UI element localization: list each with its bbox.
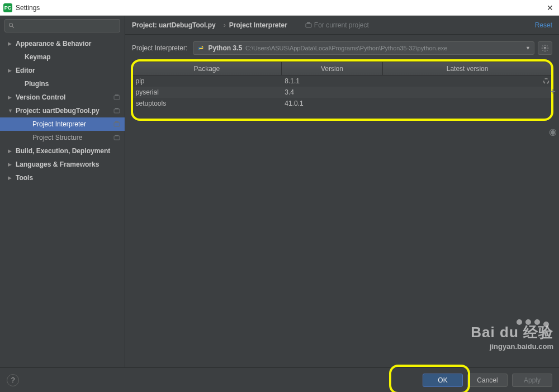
svg-rect-3 xyxy=(115,95,119,96)
sidebar-item-label: Languages & Frameworks xyxy=(16,160,120,168)
chevron-down-icon: ▼ xyxy=(525,45,530,51)
table-cell: 3.4 xyxy=(281,87,382,98)
main-header: Project: uartDebugTool.py › Project Inte… xyxy=(125,16,559,35)
gear-icon xyxy=(541,44,549,52)
svg-rect-5 xyxy=(115,108,119,109)
sidebar-item[interactable]: ▶Editor xyxy=(0,64,125,77)
sidebar-item-label: Project Interpreter xyxy=(32,120,113,128)
svg-rect-7 xyxy=(115,121,119,122)
table-header[interactable]: Version xyxy=(281,62,382,75)
svg-rect-8 xyxy=(114,136,120,140)
search-icon xyxy=(8,22,15,29)
app-icon: PC xyxy=(3,3,12,12)
ok-button[interactable]: OK xyxy=(423,374,463,387)
table-cell: pip xyxy=(132,75,282,87)
interpreter-settings-button[interactable] xyxy=(538,41,552,55)
content-area: ▶Appearance & BehaviorKeymap▶EditorPlugi… xyxy=(0,16,559,367)
sidebar-item-label: Project: uartDebugTool.py xyxy=(16,107,113,115)
sidebar-item[interactable]: Plugins xyxy=(0,77,125,91)
table-header[interactable]: Package xyxy=(132,62,282,75)
project-badge-icon xyxy=(305,22,312,29)
package-area: PackageVersionLatest version pip8.1.1pys… xyxy=(132,62,552,109)
window-title: Settings xyxy=(16,4,544,12)
sidebar-item-label: Version Control xyxy=(16,93,113,101)
footer-buttons: OK Cancel Apply xyxy=(423,374,552,387)
interpreter-combobox[interactable]: Python 3.5 C:\Users\ASUS\AppData\Local\P… xyxy=(193,41,534,55)
loading-spinner-icon xyxy=(542,77,550,85)
chevron-right-icon: › xyxy=(224,21,226,29)
table-cell: 8.1.1 xyxy=(281,75,382,87)
breadcrumb: Project: uartDebugTool.py xyxy=(132,21,216,29)
expander-icon: ▶ xyxy=(8,41,13,46)
main-panel: Project: uartDebugTool.py › Project Inte… xyxy=(125,16,559,367)
svg-rect-11 xyxy=(307,22,310,23)
sidebar-item-label: Editor xyxy=(16,67,120,74)
sidebar-item[interactable]: Project Interpreter xyxy=(0,117,125,131)
table-row[interactable]: pip8.1.1 xyxy=(132,75,552,87)
svg-line-1 xyxy=(12,26,14,28)
sidebar-item-label: Appearance & Behavior xyxy=(16,40,120,48)
expander-icon: ▶ xyxy=(8,175,13,181)
breadcrumb: Project Interpreter xyxy=(229,21,287,29)
footer: ? OK Cancel Apply xyxy=(0,367,559,392)
svg-rect-4 xyxy=(114,109,120,113)
svg-point-12 xyxy=(544,47,546,49)
expander-icon: ▶ xyxy=(8,148,13,154)
help-button[interactable]: ? xyxy=(7,374,19,386)
table-row[interactable]: pyserial3.4 xyxy=(132,87,552,98)
table-cell xyxy=(383,98,552,109)
watermark: Bai du 经验 jingyan.baidu.com xyxy=(471,323,553,351)
search-input-wrapper[interactable] xyxy=(4,19,120,32)
table-row[interactable]: setuptools41.0.1 xyxy=(132,98,552,109)
window-body: ▶Appearance & BehaviorKeymap▶EditorPlugi… xyxy=(0,16,559,392)
table-header[interactable]: Latest version xyxy=(383,62,552,75)
sidebar-item[interactable]: ▶Languages & Frameworks xyxy=(0,158,125,171)
sidebar-item[interactable]: ▶Appearance & Behavior xyxy=(0,37,125,50)
project-badge-icon xyxy=(113,134,120,141)
sidebar-item[interactable]: Project Structure xyxy=(0,131,125,144)
sidebar-item[interactable]: Keymap xyxy=(0,50,125,64)
watermark-decor xyxy=(517,319,549,327)
table-cell: pyserial xyxy=(132,87,282,98)
reset-link[interactable]: Reset xyxy=(535,21,552,29)
sidebar-item[interactable]: ▼Project: uartDebugTool.py xyxy=(0,104,125,117)
show-details-button[interactable]: ◉ xyxy=(547,125,559,138)
sidebar: ▶Appearance & BehaviorKeymap▶EditorPlugi… xyxy=(0,16,125,367)
sidebar-item-label: Tools xyxy=(16,174,120,182)
expander-icon: ▶ xyxy=(8,162,13,167)
interpreter-label: Project Interpreter: xyxy=(132,44,187,52)
for-current-project-badge: For current project xyxy=(305,21,369,29)
search-input[interactable] xyxy=(17,22,116,30)
package-side-buttons: ＋ ◉ xyxy=(547,85,559,138)
python-icon xyxy=(197,44,205,52)
project-badge-icon xyxy=(113,121,120,127)
titlebar: PC Settings ✕ xyxy=(0,0,559,16)
sidebar-item-label: Build, Execution, Deployment xyxy=(16,147,120,155)
project-badge-icon xyxy=(113,94,120,101)
svg-point-0 xyxy=(10,23,13,27)
apply-button[interactable]: Apply xyxy=(512,374,552,387)
svg-rect-10 xyxy=(306,23,311,27)
expander-icon: ▶ xyxy=(8,95,13,100)
expander-icon: ▼ xyxy=(8,108,13,114)
cancel-button[interactable]: Cancel xyxy=(467,374,508,387)
table-cell xyxy=(383,75,552,87)
table-cell xyxy=(383,87,552,98)
interpreter-name: Python 3.5 xyxy=(208,44,242,52)
expander-icon: ▶ xyxy=(8,68,13,73)
svg-rect-6 xyxy=(114,122,120,126)
sidebar-item-label: Project Structure xyxy=(32,134,113,141)
sidebar-item-label: Keymap xyxy=(25,53,120,61)
svg-rect-2 xyxy=(114,96,120,100)
sidebar-item[interactable]: ▶Build, Execution, Deployment xyxy=(0,144,125,158)
close-icon[interactable]: ✕ xyxy=(544,3,556,12)
sidebar-item[interactable]: ▶Version Control xyxy=(0,91,125,104)
packages-table[interactable]: PackageVersionLatest version pip8.1.1pys… xyxy=(132,62,552,109)
table-cell: setuptools xyxy=(132,98,282,109)
add-package-button[interactable]: ＋ xyxy=(547,85,559,97)
settings-tree: ▶Appearance & BehaviorKeymap▶EditorPlugi… xyxy=(0,36,125,367)
project-badge-icon xyxy=(113,107,120,114)
interpreter-row: Project Interpreter: Python 3.5 C:\Users… xyxy=(125,35,559,59)
svg-rect-9 xyxy=(115,135,119,136)
sidebar-item[interactable]: ▶Tools xyxy=(0,171,125,185)
